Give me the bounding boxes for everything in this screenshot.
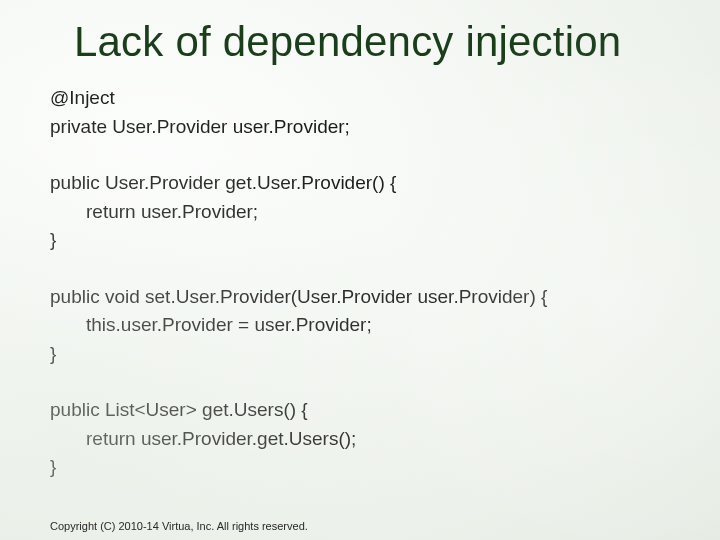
code-line-getter-open: public User.Provider get.User.Provider()…: [50, 169, 670, 198]
blank-line: [50, 368, 670, 396]
code-line-field: private User.Provider user.Provider;: [50, 113, 670, 142]
code-line-getter-close: }: [50, 226, 670, 255]
code-line-getusers-body: return user.Provider.get.Users();: [86, 425, 670, 454]
code-line-getter-body: return user.Provider;: [86, 198, 670, 227]
code-line-getusers-open: public List<User> get.Users() {: [50, 396, 670, 425]
code-line-setter-open: public void set.User.Provider(User.Provi…: [50, 283, 670, 312]
slide-title: Lack of dependency injection: [74, 18, 670, 66]
copyright-text: Copyright (C) 2010-14 Virtua, Inc. All r…: [50, 520, 308, 532]
code-block: @Inject private User.Provider user.Provi…: [50, 84, 670, 482]
code-line-setter-close: }: [50, 340, 670, 369]
slide-container: Lack of dependency injection @Inject pri…: [0, 0, 720, 540]
code-line-getusers-close: }: [50, 453, 670, 482]
code-line-annotation: @Inject: [50, 84, 670, 113]
code-line-setter-body: this.user.Provider = user.Provider;: [86, 311, 670, 340]
blank-line: [50, 141, 670, 169]
blank-line: [50, 255, 670, 283]
